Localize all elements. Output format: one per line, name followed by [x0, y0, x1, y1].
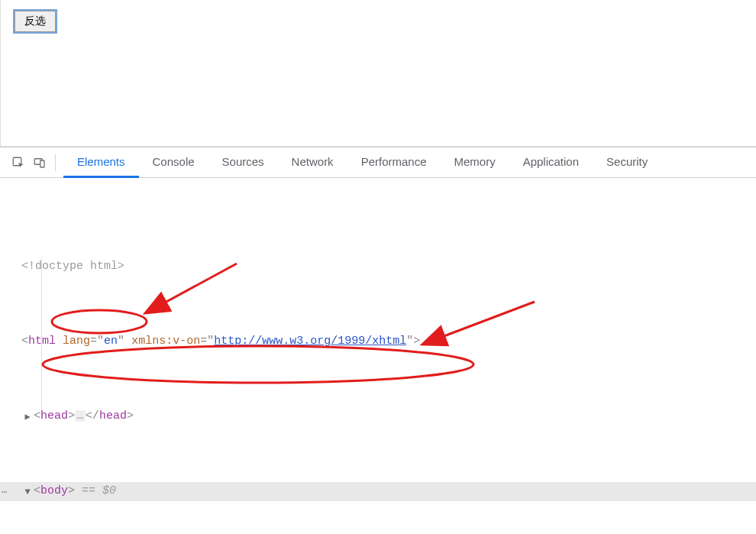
devtools-toolbar: Elements Console Sources Network Perform… — [0, 147, 756, 178]
tab-application[interactable]: Application — [509, 147, 593, 178]
dom-doctype[interactable]: <!doctype html> — [0, 257, 756, 277]
dom-html-open[interactable]: <html lang="en" xmlns:v-on="http://www.w… — [0, 332, 756, 351]
svg-rect-2 — [40, 160, 44, 167]
rendered-page-area: 反选 — [0, 0, 756, 147]
toolbar-divider — [55, 154, 56, 171]
tab-network[interactable]: Network — [278, 147, 347, 178]
tab-console[interactable]: Console — [139, 147, 208, 178]
devtools-panel: Elements Console Sources Network Perform… — [0, 147, 756, 534]
tab-performance[interactable]: Performance — [347, 147, 441, 178]
tab-memory[interactable]: Memory — [441, 147, 509, 178]
caret-down-icon[interactable]: ▼ — [23, 483, 32, 502]
tab-security[interactable]: Security — [593, 147, 661, 178]
dom-head[interactable]: ▶<head>…</head> — [0, 407, 756, 426]
tab-sources[interactable]: Sources — [208, 147, 278, 178]
inspect-element-icon[interactable] — [8, 152, 29, 173]
dom-body-open[interactable]: ⋯▼<body> == $0 — [0, 482, 756, 501]
device-toolbar-icon[interactable] — [29, 152, 50, 173]
selected-dots-icon: ⋯ — [0, 484, 8, 503]
tab-elements[interactable]: Elements — [63, 147, 139, 178]
caret-icon[interactable]: ▶ — [23, 408, 32, 427]
toggle-invert-button[interactable]: 反选 — [15, 11, 56, 32]
dom-tree-panel[interactable]: <!doctype html> <html lang="en" xmlns:v-… — [0, 178, 756, 534]
